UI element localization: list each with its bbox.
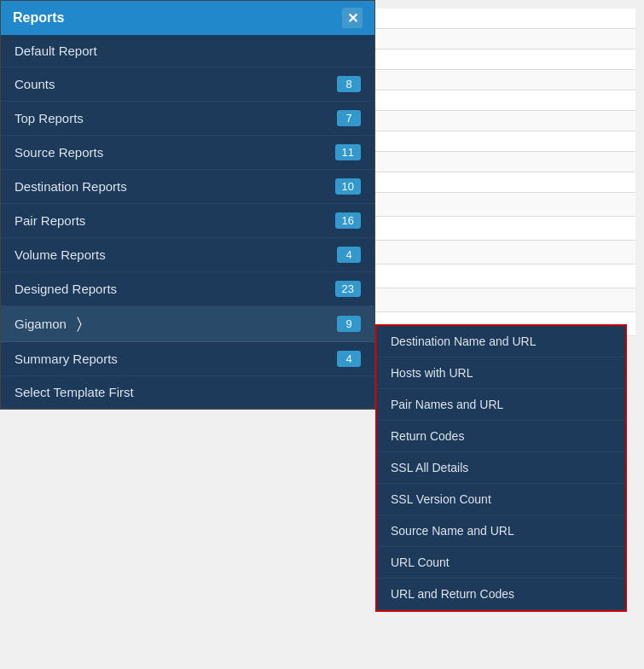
submenu-item-label: Hosts with URL (391, 366, 473, 380)
menu-item-default-report[interactable]: Default Report (1, 35, 374, 67)
submenu-item-label: Source Name and URL (391, 524, 514, 538)
submenu-item-label: SSL Version Count (391, 492, 491, 506)
submenu-item-label: Return Codes (391, 429, 464, 443)
menu-item-label: Volume Reports (15, 247, 106, 262)
submenu-item-label: Destination Name and URL (391, 334, 536, 348)
menu-item-label: Summary Reports (15, 352, 118, 366)
cursor-icon: 〉 (77, 315, 82, 333)
menu-item-designed-reports[interactable]: Designed Reports 23 (1, 272, 374, 306)
menu-item-badge: 9 (337, 316, 361, 332)
menu-item-badge: 16 (335, 212, 361, 229)
menu-item-badge: 4 (337, 351, 361, 367)
menu-item-badge: 11 (335, 144, 361, 160)
menu-item-badge: 10 (335, 178, 361, 195)
submenu-panel: Destination Name and URL Hosts with URL … (375, 324, 627, 612)
menu-item-label: Counts (15, 77, 55, 91)
submenu-item-ssl-version-count[interactable]: SSL Version Count (377, 484, 625, 515)
submenu-item-return-codes[interactable]: Return Codes (377, 421, 625, 452)
submenu-item-label: Pair Names and URL (391, 398, 503, 411)
menu-item-badge: 8 (337, 76, 361, 92)
menu-item-badge: 7 (337, 110, 361, 126)
menu-item-badge: 4 (337, 247, 361, 263)
reports-title: Reports (13, 10, 64, 26)
menu-item-label: Gigamon 〉 (15, 315, 82, 333)
submenu-item-url-return-codes[interactable]: URL and Return Codes (377, 579, 625, 610)
submenu-item-label: URL Count (391, 556, 450, 569)
submenu-item-ssl-all-details[interactable]: SSL All Details (377, 452, 625, 484)
menu-item-label: Select Template First (15, 385, 134, 399)
menu-item-badge: 23 (335, 281, 361, 297)
menu-item-select-template[interactable]: Select Template First (1, 376, 374, 409)
menu-item-label: Default Report (15, 44, 97, 58)
menu-item-destination-reports[interactable]: Destination Reports 10 (1, 170, 374, 204)
menu-item-pair-reports[interactable]: Pair Reports 16 (1, 204, 374, 238)
submenu-item-source-name-url[interactable]: Source Name and URL (377, 515, 625, 547)
menu-item-counts[interactable]: Counts 8 (1, 67, 374, 102)
reports-panel: Reports ✕ Default Report Counts 8 Top Re… (0, 0, 375, 410)
submenu-item-label: URL and Return Codes (391, 587, 514, 601)
submenu-item-destination-name-url[interactable]: Destination Name and URL (377, 326, 625, 358)
menu-item-source-reports[interactable]: Source Reports 11 (1, 136, 374, 170)
menu-item-summary-reports[interactable]: Summary Reports 4 (1, 342, 374, 376)
menu-item-label: Source Reports (15, 145, 103, 160)
submenu-item-pair-names-url[interactable]: Pair Names and URL (377, 389, 625, 421)
reports-header: Reports ✕ (1, 1, 374, 35)
menu-item-volume-reports[interactable]: Volume Reports 4 (1, 238, 374, 272)
submenu-item-hosts-with-url[interactable]: Hosts with URL (377, 358, 625, 389)
menu-item-gigamon[interactable]: Gigamon 〉 9 (1, 306, 374, 342)
menu-item-label: Destination Reports (15, 179, 127, 194)
menu-item-label: Pair Reports (15, 213, 85, 228)
menu-item-label: Designed Reports (15, 282, 117, 296)
menu-item-label: Top Reports (15, 111, 84, 125)
submenu-item-label: SSL All Details (391, 461, 468, 474)
submenu-item-url-count[interactable]: URL Count (377, 547, 625, 579)
menu-item-top-reports[interactable]: Top Reports 7 (1, 102, 374, 136)
close-button[interactable]: ✕ (342, 8, 363, 28)
